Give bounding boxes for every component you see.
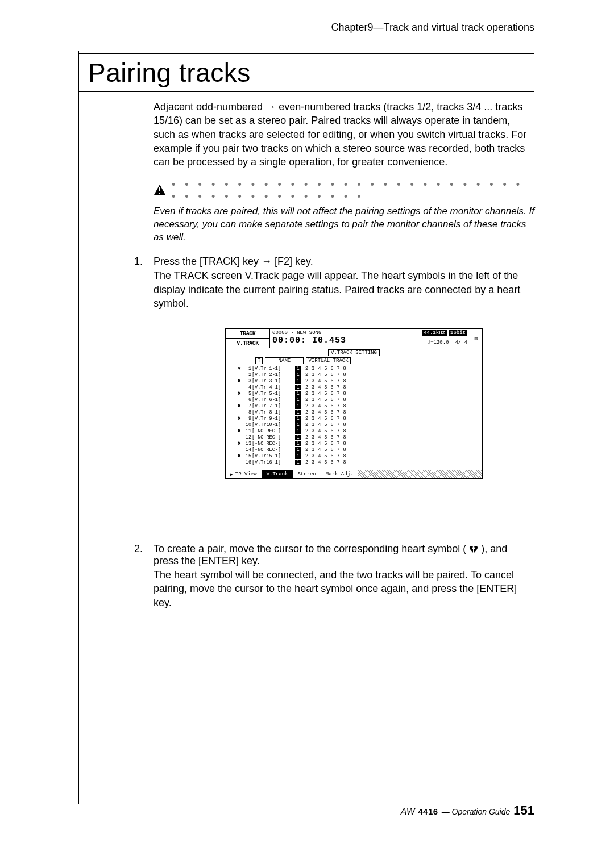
current-vtrack: 1: [295, 410, 301, 415]
svg-rect-1: [159, 187, 160, 191]
left-vertical-rule: [78, 51, 79, 804]
current-vtrack: 1: [295, 428, 301, 434]
step-2-description: The heart symbol will be connected, and …: [154, 568, 534, 610]
footer-brand: AW: [401, 807, 414, 817]
vtrack-numbers: 2345678: [301, 385, 350, 390]
lcd-bottom-tab-label: Stereo: [297, 471, 316, 477]
lcd-column-headers: T NAME VIRTUAL TRACK: [226, 357, 482, 365]
step-1-heading: Press the [TRACK] key → [F2] key.: [154, 256, 534, 268]
lcd-track-row: ♥1[V.Tr 1-1]12345678: [236, 365, 476, 372]
footer-guide: — Operation Guide: [442, 807, 511, 816]
step-2-heading: To create a pair, move the cursor to the…: [154, 543, 534, 567]
lcd-track-row: 10[V.Tr10-1]12345678: [236, 422, 476, 428]
track-index: 3: [243, 378, 252, 384]
heart-broken-icon: [469, 543, 481, 554]
track-index: 15: [243, 453, 252, 459]
track-name: [V.Tr 7-1]: [252, 403, 294, 409]
current-vtrack: 1: [295, 422, 301, 428]
lcd-tempo: ♩=120.0: [428, 340, 449, 345]
lcd-track-row: 16[V.Tr16-1]12345678: [236, 459, 476, 465]
warning-icon: [154, 184, 166, 198]
lcd-tab-track: TRACK: [226, 329, 269, 339]
lcd-track-row: 6[V.Tr 6-1]12345678: [236, 397, 476, 403]
track-index: 8: [243, 410, 252, 415]
lcd-track-row: 12[-NO REC-]12345678: [236, 434, 476, 440]
track-index: 13: [243, 441, 252, 446]
current-vtrack: 1: [295, 366, 301, 372]
current-vtrack: 1: [295, 435, 301, 440]
play-icon: ▶: [230, 472, 233, 477]
track-index: 11: [243, 428, 252, 434]
pair-heart-icon: ❥: [236, 415, 243, 422]
header-chapter: Chapter9—Track and virtual track operati…: [331, 22, 535, 34]
lcd-bottom-tab: ▶TR View: [226, 470, 262, 478]
lcd-track-list: ♥1[V.Tr 1-1]123456782[V.Tr 2-1]12345678❥…: [226, 365, 482, 470]
lcd-badge-bitdepth: 16bit: [449, 330, 467, 336]
intro-paragraph: Adjacent odd-numbered → even-numbered tr…: [154, 100, 534, 169]
track-name: [V.Tr16-1]: [252, 460, 294, 465]
vtrack-numbers: 2345678: [301, 460, 350, 465]
lcd-track-row: ❥7[V.Tr 7-1]12345678: [236, 403, 476, 409]
track-name: [V.Tr 4-1]: [252, 385, 294, 390]
step-2-heading-a: To create a pair, move the cursor to the…: [154, 543, 466, 554]
track-index: 12: [243, 435, 252, 440]
footer-text: AW4416 — Operation Guide 151: [401, 803, 534, 818]
lcd-col-name: NAME: [265, 357, 304, 364]
track-index: 1: [243, 366, 252, 372]
lcd-bottom-tab-label: Mark Adj.: [326, 471, 354, 477]
section-title-block: Pairing tracks: [78, 53, 534, 92]
footer-page-number: 151: [513, 803, 534, 818]
track-name: [V.Tr 2-1]: [252, 372, 294, 378]
lcd-song-id: 00000 - NEW SONG: [272, 330, 321, 336]
current-vtrack: 1: [295, 460, 301, 465]
track-name: [V.Tr 8-1]: [252, 410, 294, 415]
lcd-tab-vtrack: V.TRACK: [226, 339, 269, 348]
vtrack-numbers: 2345678: [301, 428, 350, 434]
track-name: [-NO REC-]: [252, 435, 294, 440]
pair-heart-icon: ❥: [236, 440, 243, 446]
track-index: 5: [243, 391, 252, 397]
current-vtrack: 1: [295, 447, 301, 453]
vtrack-numbers: 2345678: [301, 416, 350, 422]
track-name: [V.Tr10-1]: [252, 422, 294, 428]
track-index: 16: [243, 460, 252, 465]
vtrack-numbers: 2345678: [301, 366, 350, 372]
pair-heart-icon: ❥: [236, 453, 243, 459]
vtrack-numbers: 2345678: [301, 397, 350, 403]
lcd-col-virtual-track: VIRTUAL TRACK: [306, 357, 350, 364]
step-2-number: 2.: [134, 543, 154, 610]
svg-rect-2: [159, 193, 160, 194]
current-vtrack: 1: [295, 397, 301, 403]
track-name: [V.Tr 3-1]: [252, 378, 294, 384]
lcd-screenshot: TRACK V.TRACK 00000 - NEW SONG 44.1kHz 1…: [225, 328, 483, 479]
vtrack-numbers: 2345678: [301, 453, 350, 459]
warning-callout: • • • • • • • • • • • • • • • • • • • • …: [154, 179, 534, 244]
track-index: 14: [243, 447, 252, 453]
track-name: [V.Tr 9-1]: [252, 416, 294, 422]
lcd-bottom-tab-label: V.Track: [267, 471, 288, 477]
footer-model: 4416: [418, 807, 438, 816]
section-title: Pairing tracks: [88, 57, 534, 88]
current-vtrack: 1: [295, 403, 301, 409]
vtrack-numbers: 2345678: [301, 378, 350, 384]
current-vtrack: 1: [295, 372, 301, 378]
vtrack-numbers: 2345678: [301, 435, 350, 440]
vtrack-numbers: 2345678: [301, 441, 350, 446]
track-index: 6: [243, 397, 252, 403]
lcd-timecode: 00:00: I0.453: [272, 336, 346, 345]
lcd-meter: 4/ 4: [455, 340, 467, 345]
track-name: [-NO REC-]: [252, 447, 294, 453]
track-name: [V.Tr 5-1]: [252, 391, 294, 397]
vtrack-numbers: 2345678: [301, 422, 350, 428]
lcd-track-row: ❥13[-NO REC-]12345678: [236, 440, 476, 446]
lcd-track-row: 14[-NO REC-]12345678: [236, 446, 476, 453]
track-name: [V.Tr 6-1]: [252, 397, 294, 403]
lcd-track-row: 8[V.Tr 8-1]12345678: [236, 409, 476, 415]
pair-heart-icon: ❥: [236, 390, 243, 397]
lcd-bottom-tab: Stereo: [293, 470, 321, 478]
lcd-track-row: ❥11[-NO REC-]12345678: [236, 428, 476, 434]
vtrack-numbers: 2345678: [301, 403, 350, 409]
vtrack-numbers: 2345678: [301, 391, 350, 397]
track-index: 4: [243, 385, 252, 390]
lcd-section-title: V.TRACK SETTING: [226, 348, 482, 357]
